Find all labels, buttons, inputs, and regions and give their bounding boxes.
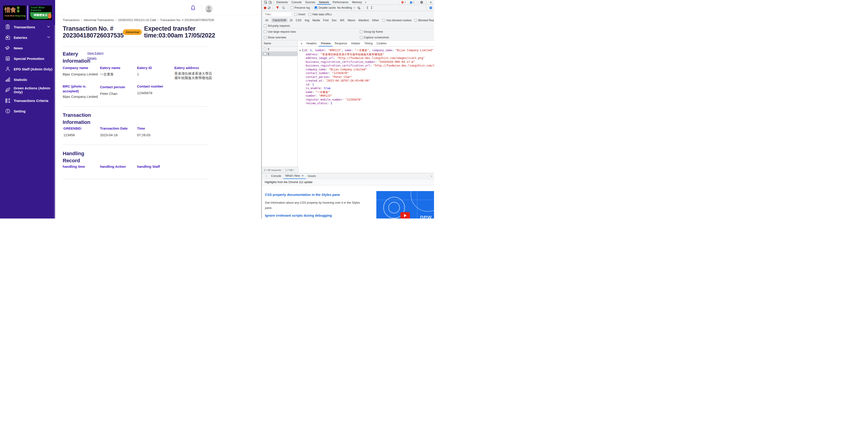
whats-new-thumbnail[interactable]: new bbox=[376, 191, 434, 218]
import-har-icon[interactable]: ↥ bbox=[366, 6, 369, 9]
hide-data-urls-checkbox[interactable]: Hide data URLs bbox=[308, 13, 332, 16]
requests-count: 2 / 39 requests bbox=[264, 169, 281, 171]
drawer-menu-icon[interactable]: ⋮ bbox=[263, 174, 269, 178]
breadcrumb-transactions[interactable]: Transactions bbox=[63, 18, 80, 22]
close-whats-new-icon[interactable]: ✕ bbox=[302, 173, 304, 179]
notification-bell-icon[interactable] bbox=[190, 5, 196, 12]
drawer-tab-issues[interactable]: Issues bbox=[306, 173, 318, 179]
record-button[interactable] bbox=[264, 7, 266, 9]
whats-new-link-css[interactable]: CSS property documentation in the Styles… bbox=[265, 193, 340, 197]
person-icon bbox=[5, 66, 11, 72]
more-tabs-icon[interactable]: » bbox=[364, 1, 368, 4]
sidebar-item-special-promotion[interactable]: Special Promotion bbox=[0, 55, 55, 63]
invert-checkbox[interactable]: Invert bbox=[294, 13, 305, 16]
title-row: Transaction No. # 202304180726037535 Abn… bbox=[63, 25, 217, 39]
disable-cache-checkbox[interactable]: Disable cache bbox=[315, 6, 336, 9]
capture-screenshots-checkbox[interactable]: Capture screenshots bbox=[360, 36, 389, 39]
network-toolbar: Preserve log Disable cache No throttling… bbox=[262, 5, 434, 11]
show-overview-checkbox[interactable]: Show overview bbox=[264, 36, 286, 39]
filter-funnel-icon[interactable] bbox=[275, 6, 280, 10]
throttling-dropdown[interactable]: No throttling▼ bbox=[337, 6, 355, 9]
request-row-selected[interactable]: 1 bbox=[262, 52, 298, 56]
blocked-requests-checkbox[interactable]: Blocked Requests bbox=[414, 19, 434, 22]
third-party-checkbox[interactable]: 3rd-party requests bbox=[264, 24, 290, 27]
sidebar-item-label: Statistic bbox=[14, 78, 27, 81]
json-preview-line: id: 1 bbox=[299, 83, 434, 87]
detail-tab-timing[interactable]: Timing bbox=[362, 41, 375, 46]
tab-sources[interactable]: Sources bbox=[303, 0, 317, 5]
sidebar-item-setting[interactable]: Setting bbox=[0, 107, 55, 115]
type-filter-all[interactable]: All bbox=[264, 18, 270, 23]
sidebar-item-statistic[interactable]: Statistic bbox=[0, 75, 55, 83]
chevron-down-icon[interactable] bbox=[47, 36, 50, 38]
device-toolbar-icon[interactable] bbox=[268, 0, 273, 4]
detail-tab-cookies[interactable]: Cookies bbox=[374, 41, 389, 46]
sidebar-item-eateries[interactable]: Eateries bbox=[0, 33, 55, 42]
drawer-tab-console[interactable]: Console bbox=[269, 173, 283, 179]
type-filter-fetch-xhr[interactable]: Fetch/XHR bbox=[271, 18, 287, 23]
sidebar-item-transactions[interactable]: Transactions bbox=[0, 23, 55, 31]
issues-count-badge[interactable]: 1 bbox=[409, 1, 416, 4]
whats-new-paragraph: Get information about any CSS property b… bbox=[265, 200, 363, 210]
sidebar-item-news[interactable]: News bbox=[0, 44, 55, 52]
avatar[interactable] bbox=[205, 5, 213, 12]
detail-tab-headers[interactable]: Headers bbox=[304, 41, 319, 46]
detail-tab-preview[interactable]: Preview bbox=[319, 41, 333, 46]
inspect-element-icon[interactable] bbox=[263, 0, 268, 4]
tab-console[interactable]: Console bbox=[290, 0, 303, 5]
close-devtools-icon[interactable]: ✕ bbox=[429, 0, 433, 4]
filter-input[interactable] bbox=[264, 12, 291, 16]
field-value: 123456 bbox=[63, 132, 75, 138]
network-filter-row: Invert Hide data URLs bbox=[262, 11, 434, 18]
close-detail-icon[interactable]: ✕ bbox=[299, 42, 304, 45]
youtube-play-icon bbox=[400, 212, 410, 218]
field-value: 12345678 bbox=[137, 90, 152, 96]
request-row[interactable]: 3 bbox=[262, 46, 298, 52]
large-rows-checkbox[interactable]: Use large request rows bbox=[264, 30, 296, 33]
drawer-expand-icon[interactable]: › bbox=[431, 174, 434, 178]
type-filter-css[interactable]: CSS bbox=[294, 18, 303, 23]
detail-tab-response[interactable]: Response bbox=[333, 41, 349, 46]
search-icon[interactable] bbox=[281, 6, 286, 10]
chevron-down-icon[interactable] bbox=[47, 26, 50, 28]
has-blocked-cookies-checkbox[interactable]: Has blocked cookies bbox=[382, 19, 411, 22]
divider bbox=[63, 46, 209, 47]
field-label: Eatery name bbox=[100, 65, 120, 70]
type-filter-manifest[interactable]: Manifest bbox=[357, 18, 370, 23]
kebab-menu-icon[interactable]: ⋮ bbox=[424, 0, 429, 4]
type-filter-font[interactable]: Font bbox=[322, 18, 330, 23]
breadcrumb-abnormal[interactable]: Abnormal Transactions bbox=[84, 18, 114, 22]
drawer-tab-whats-new[interactable]: What's New✕ bbox=[283, 173, 306, 179]
json-preview-line: ▼{id: 1, number: "#00123", name: "一念素食",… bbox=[299, 48, 434, 53]
type-filter-media[interactable]: Media bbox=[311, 18, 321, 23]
tab-performance[interactable]: Performance bbox=[331, 0, 350, 5]
view-eatery-details-link[interactable]: View Eatery Details bbox=[87, 51, 108, 61]
settings-gear-icon[interactable] bbox=[420, 0, 424, 4]
export-har-icon[interactable]: ↧ bbox=[370, 6, 373, 9]
error-count-badge[interactable]: ✕2 bbox=[400, 1, 407, 4]
type-filter-img[interactable]: Img bbox=[303, 18, 311, 23]
breadcrumb-eatery[interactable]: 15/05/2022 #00123 LIS Café bbox=[118, 18, 156, 22]
sidebar-item-green-actions[interactable]: Green Actions (Admin Only) bbox=[0, 86, 55, 94]
sidebar-item-epd-staff[interactable]: EPD Staff (Admin Only) bbox=[0, 65, 55, 73]
type-filter-wasm[interactable]: Wasm bbox=[346, 18, 357, 23]
group-by-frame-checkbox[interactable]: Group by frame bbox=[360, 30, 383, 33]
json-preview[interactable]: ▼{id: 1, number: "#00123", name: "一念素食",… bbox=[298, 46, 434, 105]
network-settings-gear-icon[interactable] bbox=[429, 6, 433, 10]
type-filter-other[interactable]: Other bbox=[371, 18, 380, 23]
type-filter-ws[interactable]: WS bbox=[339, 18, 346, 23]
tab-memory[interactable]: Memory bbox=[350, 0, 364, 5]
tab-elements[interactable]: Elements bbox=[275, 0, 290, 5]
whats-new-link-ignore[interactable]: Ignore irrelevant scripts during debuggi… bbox=[265, 214, 332, 217]
tab-network[interactable]: Network bbox=[317, 0, 331, 5]
name-column-header[interactable]: Name bbox=[262, 41, 298, 46]
sidebar-item-transactions-criteria[interactable]: Transactions Criteria bbox=[0, 96, 55, 105]
type-filter-doc[interactable]: Doc bbox=[330, 18, 338, 23]
json-preview-line: company_name: "Bijas Company Limited" bbox=[299, 68, 434, 71]
field-label: handling Staff bbox=[137, 164, 160, 169]
type-filter-js[interactable]: JS bbox=[288, 18, 294, 23]
network-conditions-icon[interactable] bbox=[356, 6, 361, 10]
clear-requests-icon[interactable] bbox=[268, 6, 271, 9]
preserve-log-checkbox[interactable]: Preserve log bbox=[290, 6, 310, 9]
detail-tab-initiator[interactable]: Initiator bbox=[349, 41, 362, 46]
